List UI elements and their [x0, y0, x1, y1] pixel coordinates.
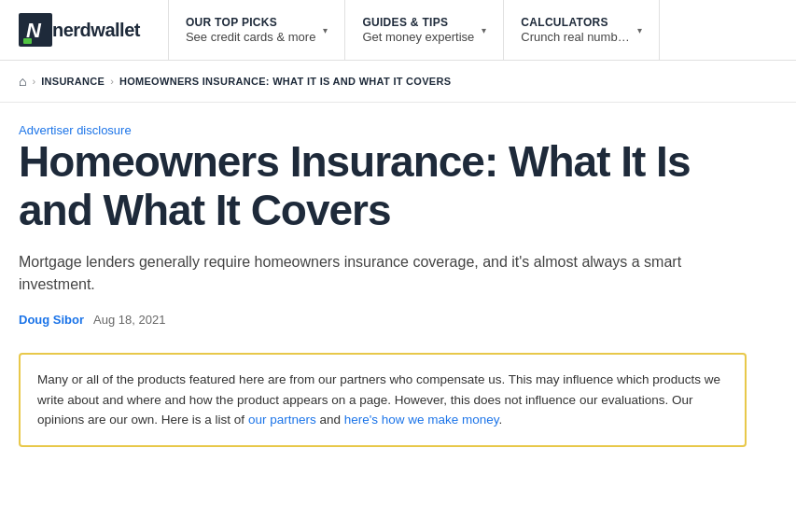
chevron-down-icon-top-picks: ▾	[323, 25, 328, 35]
breadcrumb-link-insurance[interactable]: INSURANCE	[41, 76, 105, 87]
disclosure-text-between: and	[316, 413, 344, 427]
author-line: Doug Sibor Aug 18, 2021	[19, 313, 747, 327]
logo-text: nerdwallet	[52, 20, 140, 41]
advertiser-disclosure-link[interactable]: Advertiser disclosure	[19, 123, 132, 137]
logo-container[interactable]: N nerdwallet	[19, 13, 140, 47]
nav-item-calculators[interactable]: CALCULATORS Crunch real numb… ▾	[504, 0, 659, 60]
nav-label-calculators: CALCULATORS	[521, 16, 629, 29]
nav-sublabel-guides-tips: Get money expertise	[362, 30, 474, 44]
site-header: N nerdwallet OUR TOP PICKS See credit ca…	[0, 0, 796, 61]
nerdwallet-logo-icon: N	[19, 13, 52, 47]
how-we-make-money-link[interactable]: here's how we make money	[344, 413, 499, 427]
nav-sublabel-calculators: Crunch real numb…	[521, 30, 629, 44]
disclosure-text-after: .	[499, 413, 503, 427]
chevron-down-icon-guides-tips: ▾	[482, 25, 486, 35]
nav-item-content-calculators: CALCULATORS Crunch real numb…	[521, 16, 629, 44]
breadcrumb-separator-1: ›	[32, 76, 35, 87]
nav-item-top-picks[interactable]: OUR TOP PICKS See credit cards & more ▾	[168, 0, 345, 60]
chevron-down-icon-calculators: ▾	[637, 25, 642, 35]
nav-label-guides-tips: GUIDES & TIPS	[362, 16, 474, 29]
home-icon[interactable]: ⌂	[19, 74, 26, 89]
svg-rect-2	[23, 38, 32, 44]
author-name-link[interactable]: Doug Sibor	[19, 313, 84, 327]
our-partners-link[interactable]: our partners	[248, 413, 316, 427]
nav-label-top-picks: OUR TOP PICKS	[186, 16, 315, 29]
disclosure-box: Many or all of the products featured her…	[19, 353, 747, 447]
main-nav: OUR TOP PICKS See credit cards & more ▾ …	[168, 0, 777, 60]
nav-sublabel-top-picks: See credit cards & more	[186, 30, 315, 44]
nav-item-content-top-picks: OUR TOP PICKS See credit cards & more	[186, 16, 315, 44]
article-subtitle: Mortgage lenders generally require homeo…	[19, 251, 747, 296]
article-title: Homeowners Insurance: What It Is and Wha…	[19, 138, 747, 234]
breadcrumb-current: HOMEOWNERS INSURANCE: WHAT IT IS AND WHA…	[119, 76, 451, 87]
main-content: Advertiser disclosure Homeowners Insuran…	[0, 103, 765, 475]
nav-item-content-guides-tips: GUIDES & TIPS Get money expertise	[362, 16, 474, 44]
breadcrumb: ⌂ › INSURANCE › HOMEOWNERS INSURANCE: WH…	[0, 61, 796, 103]
author-date: Aug 18, 2021	[93, 313, 165, 327]
nav-item-guides-tips[interactable]: GUIDES & TIPS Get money expertise ▾	[345, 0, 504, 60]
breadcrumb-separator-2: ›	[110, 76, 114, 87]
